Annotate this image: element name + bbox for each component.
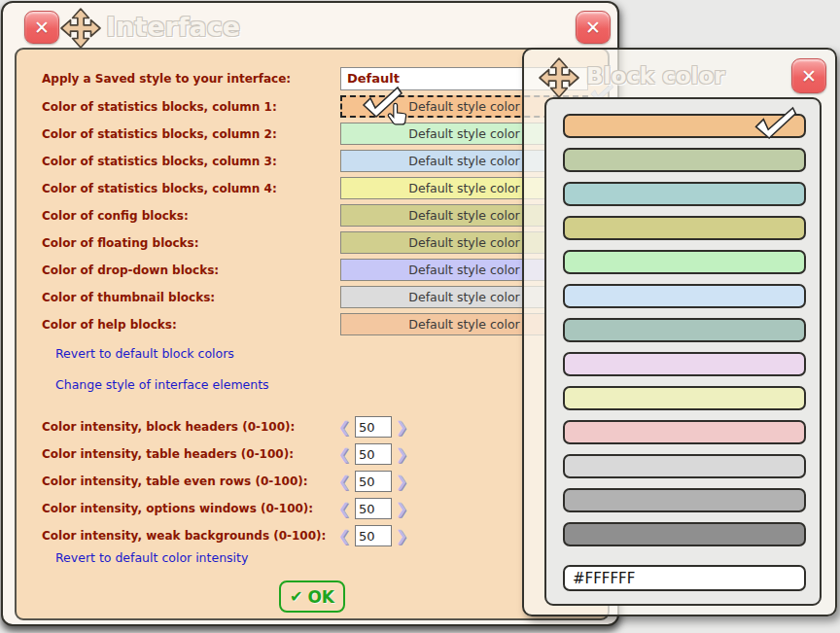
palette-swatch-pinklavender[interactable] — [563, 352, 806, 376]
palette-swatch-pink[interactable] — [563, 420, 806, 444]
swatch-button-label: Default style color — [408, 99, 519, 114]
apply-style-row: Apply a Saved style to your interface: D… — [17, 67, 608, 90]
intensity-input-table-even-rows[interactable] — [355, 471, 392, 492]
increase-icon[interactable]: ❯ — [395, 443, 408, 465]
ok-check-icon: ✔ — [290, 587, 302, 606]
row-label: Color of drop-down blocks: — [42, 259, 219, 282]
close-icon[interactable]: ✕ — [791, 58, 826, 93]
decrease-icon[interactable]: ❮ — [337, 443, 351, 465]
swatch-button-label: Default style color — [408, 126, 519, 141]
swatch-button-label: Default style color — [408, 317, 519, 332]
intensity-input-weak-backgrounds[interactable] — [355, 525, 392, 546]
color-row-help: Color of help blocks: Default style colo… — [17, 313, 608, 336]
palette-swatch-paleyellow[interactable] — [563, 386, 806, 410]
hex-color-input[interactable] — [563, 565, 806, 591]
window-title: Block color — [586, 63, 725, 88]
palette-swatch-teal[interactable] — [563, 182, 806, 206]
decrease-icon[interactable]: ❮ — [337, 498, 351, 519]
ok-button-label: OK — [307, 587, 334, 607]
block-color-window: Block color ✕ — [522, 48, 837, 616]
intensity-input-block-headers[interactable] — [355, 416, 392, 438]
intensity-row-options-windows: Color intensity, options windows (0-100)… — [17, 498, 608, 519]
row-label: Color of statistics blocks, column 2: — [42, 123, 277, 146]
palette-swatch-orange[interactable] — [563, 114, 806, 138]
intensity-label: Color intensity, table even rows (0-100)… — [42, 471, 308, 492]
intensity-label: Color intensity, block headers (0-100): — [42, 416, 295, 438]
move-handle-icon[interactable] — [59, 8, 102, 53]
revert-color-intensity-link[interactable]: Revert to default color intensity — [55, 550, 248, 566]
increase-icon[interactable]: ❯ — [395, 498, 408, 519]
palette-swatch-lightgray[interactable] — [563, 454, 806, 478]
decrease-icon[interactable]: ❮ — [337, 416, 351, 438]
desktop: { "page": { "background": "#e9e9e8" }, "… — [0, 0, 840, 633]
intensity-input-table-headers[interactable] — [355, 443, 392, 465]
intensity-row-table-headers: Color intensity, table headers (0-100): … — [17, 443, 608, 465]
intensity-row-block-headers: Color intensity, block headers (0-100): … — [17, 416, 608, 438]
color-row-dropdown: Color of drop-down blocks: Default style… — [17, 259, 608, 282]
row-label: Color of statistics blocks, column 3: — [42, 150, 277, 173]
row-label: Color of statistics blocks, column 4: — [42, 177, 277, 200]
palette-swatch-mint[interactable] — [563, 250, 806, 274]
color-row-floating: Color of floating blocks: Default style … — [17, 231, 608, 255]
palette-swatch-grayteal[interactable] — [563, 318, 806, 342]
color-row-statistics-col2: Color of statistics blocks, column 2: De… — [17, 123, 608, 146]
move-handle-icon[interactable] — [538, 57, 580, 102]
intensity-input-options-windows[interactable] — [355, 498, 392, 519]
close-icon[interactable]: ✕ — [576, 11, 611, 44]
palette-swatch-midgray[interactable] — [563, 488, 806, 512]
window-title: Interface — [106, 12, 240, 42]
hand-cursor-icon — [387, 102, 409, 133]
swatch-button-label: Default style color — [408, 235, 519, 250]
decrease-icon[interactable]: ❮ — [337, 471, 351, 492]
palette-swatch-lightblue[interactable] — [563, 284, 806, 308]
increase-icon[interactable]: ❯ — [395, 416, 408, 438]
color-row-config: Color of config blocks: Default style co… — [17, 204, 608, 228]
swatch-button-label: Default style color — [408, 208, 519, 223]
increase-icon[interactable]: ❯ — [395, 525, 408, 546]
revert-block-colors-link[interactable]: Revert to default block colors — [55, 346, 234, 362]
apply-style-label: Apply a Saved style to your interface: — [42, 67, 291, 90]
selected-check-icon — [752, 106, 797, 144]
row-label: Color of thumbnail blocks: — [42, 286, 215, 309]
row-label: Color of floating blocks: — [42, 231, 199, 255]
row-label: Color of config blocks: — [42, 204, 189, 228]
row-label: Color of help blocks: — [42, 313, 177, 336]
palette-swatch-sage[interactable] — [563, 148, 806, 172]
intensity-label: Color intensity, table headers (0-100): — [42, 443, 294, 465]
color-row-statistics-col3: Color of statistics blocks, column 3: De… — [17, 150, 608, 173]
color-row-statistics-col1: Color of statistics blocks, column 1: De… — [17, 95, 608, 119]
palette-swatch-darkgray[interactable] — [563, 522, 806, 546]
intensity-row-weak-backgrounds: Color intensity, weak backgrounds (0-100… — [17, 525, 608, 546]
intensity-label: Color intensity, weak backgrounds (0-100… — [42, 525, 326, 546]
swatch-button-label: Default style color — [408, 263, 519, 277]
color-row-statistics-col4: Color of statistics blocks, column 4: De… — [17, 177, 608, 200]
intensity-row-table-even-rows: Color intensity, table even rows (0-100)… — [17, 471, 608, 492]
swatch-button-label: Default style color — [408, 181, 519, 195]
palette-panel — [544, 97, 822, 606]
close-icon[interactable]: ✕ — [24, 11, 59, 44]
ok-button[interactable]: ✔ OK — [279, 580, 345, 613]
swatch-button-label: Default style color — [408, 154, 519, 168]
interface-content-panel: Apply a Saved style to your interface: D… — [15, 48, 610, 620]
row-label: Color of statistics blocks, column 1: — [42, 95, 277, 119]
decrease-icon[interactable]: ❮ — [337, 525, 351, 546]
swatch-button-label: Default style color — [408, 290, 519, 304]
color-row-thumbnail: Color of thumbnail blocks: Default style… — [17, 286, 608, 309]
increase-icon[interactable]: ❯ — [395, 471, 408, 492]
change-interface-style-link[interactable]: Change style of interface elements — [55, 377, 269, 393]
palette-swatch-olive[interactable] — [563, 216, 806, 240]
intensity-label: Color intensity, options windows (0-100)… — [42, 498, 313, 519]
